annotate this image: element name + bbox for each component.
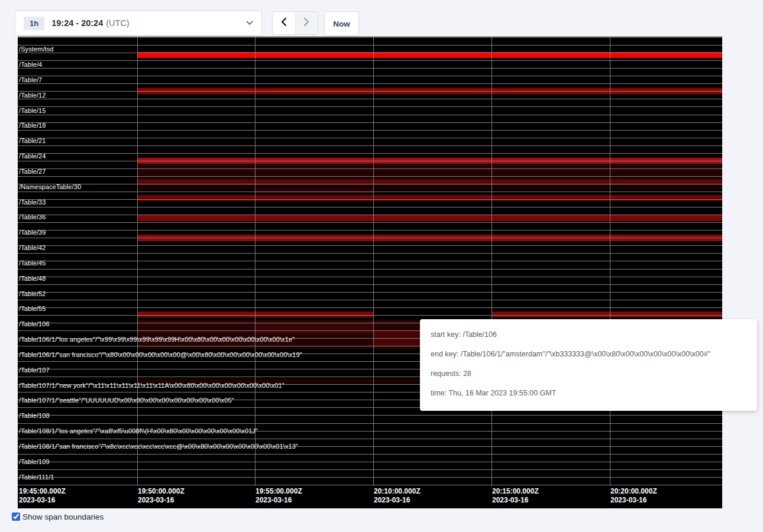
row-key-label: /Table/27: [19, 168, 46, 175]
range-text: 19:24 - 20:24(UTC): [51, 18, 130, 28]
span-boundary-line: [18, 192, 722, 192]
row-key-label: /Table/42: [19, 244, 46, 251]
span-boundary-line: [18, 207, 722, 207]
span-boundary-line: [18, 99, 722, 99]
row-key-label: /Table/24: [19, 153, 46, 160]
span-boundary-line: [18, 253, 722, 254]
row-key-label: /Table/52: [19, 290, 46, 297]
row-key-label: /Table/107: [19, 366, 50, 374]
row-key-label: /Table/111/1: [19, 473, 54, 481]
span-boundary-line: [18, 83, 722, 84]
chevron-down-icon: [246, 21, 253, 25]
span-boundary-line: [18, 161, 722, 161]
span-boundary-line: [18, 292, 722, 293]
row-key-label: /Table/21: [19, 137, 46, 144]
span-boundary-line: [18, 307, 722, 308]
span-boundary-line: [18, 176, 722, 177]
row-key-label: /Table/108/1/"san francisco"/"\x8c\xcc\x…: [19, 443, 298, 450]
span-boundary-line: [18, 37, 722, 38]
time-axis-label: 20:15:00.000Z2023-03-16: [492, 487, 539, 505]
tooltip-start-key: start key: /Table/106: [431, 329, 746, 340]
span-boundary-line: [18, 168, 722, 169]
time-grid-line: [373, 37, 374, 486]
span-boundary-line: [18, 199, 722, 200]
row-key-label: /System/tsd: [19, 46, 54, 53]
heat-band[interactable]: [137, 186, 722, 190]
row-key-label: /Table/36: [19, 213, 46, 220]
span-boundary-line: [18, 122, 722, 123]
span-boundary-line: [18, 238, 722, 238]
time-axis-label: 20:20:00.000Z2023-03-16: [610, 487, 657, 505]
time-grid-line: [610, 37, 610, 486]
now-button[interactable]: Now: [324, 11, 359, 36]
heat-band[interactable]: [137, 195, 722, 201]
key-visualizer-page: 1h 19:24 - 20:24(UTC) Now /System/tsd/Ta…: [0, 0, 763, 532]
span-boundary-line: [18, 68, 722, 69]
keyvis-canvas[interactable]: /System/tsd/Table/4/Table/7/Table/12/Tab…: [18, 37, 722, 508]
time-grid-line: [255, 37, 256, 486]
time-grid-line: [492, 37, 492, 486]
span-boundary-line: [18, 138, 722, 138]
row-key-label: /Table/4: [19, 61, 42, 68]
time-grid-line: [137, 37, 138, 486]
time-nav-group: [272, 11, 318, 35]
row-key-label: /Table/45: [19, 259, 46, 267]
span-boundary-line: [18, 245, 722, 246]
time-axis-label: 19:55:00.000Z2023-03-16: [256, 487, 302, 505]
heat-band[interactable]: [373, 331, 420, 347]
span-tooltip: start key: /Table/106 end key: /Table/10…: [420, 319, 757, 411]
range-duration-badge: 1h: [24, 17, 44, 30]
range-timezone: (UTC): [106, 18, 129, 28]
span-boundary-line: [18, 153, 722, 154]
span-boundary-line: [18, 106, 722, 107]
span-boundary-line: [18, 215, 722, 215]
prev-interval-button[interactable]: [273, 12, 295, 34]
row-key-label: /Table/107/1/"new york"/"\x11\x11\x11\x1…: [19, 382, 284, 389]
span-boundary-line: [18, 222, 722, 223]
show-span-boundaries-label: Show span boundaries: [22, 512, 104, 522]
chevron-right-icon: [303, 17, 310, 29]
row-key-label: /Table/18: [19, 122, 46, 129]
heat-band[interactable]: [255, 188, 373, 193]
span-boundary-line: [18, 423, 722, 424]
tooltip-time: time: Thu, 16 Mar 2023 19:55:00 GMT: [431, 387, 746, 399]
heat-band[interactable]: [255, 322, 373, 334]
row-key-label: /Table/106: [19, 320, 50, 327]
span-boundary-line: [18, 60, 722, 61]
span-boundary-line: [18, 469, 722, 470]
span-boundary-line: [18, 462, 722, 462]
tooltip-requests: requests: 28: [431, 368, 746, 379]
row-key-label: /Table/15: [19, 107, 46, 114]
footer-controls: Show span boundaries: [12, 512, 104, 522]
heat-band[interactable]: [137, 215, 722, 221]
span-boundary-line: [18, 91, 722, 92]
span-boundary-line: [18, 261, 722, 261]
row-key-label: /Table/106/1/"san francisco"/"\x80\x00\x…: [19, 351, 302, 358]
row-key-label: /Table/108/1/"los angeles"/"\xa8\xf5\u00…: [19, 427, 258, 434]
row-key-label: /NamespaceTable/30: [19, 183, 81, 190]
span-boundary-line: [18, 454, 722, 455]
tooltip-end-key: end key: /Table/106/1/"amsterdam"/"\xb33…: [431, 348, 746, 360]
next-interval-button[interactable]: [295, 12, 318, 34]
span-boundary-line: [18, 45, 722, 46]
time-range-selector[interactable]: 1h 19:24 - 20:24(UTC): [15, 11, 262, 35]
row-key-label: /Table/12: [19, 92, 46, 99]
span-boundary-line: [18, 184, 722, 184]
row-key-label: /Table/7: [19, 76, 42, 83]
span-boundary-line: [18, 300, 722, 300]
row-key-label: /Table/39: [19, 229, 46, 236]
row-key-label: /Table/109: [19, 458, 50, 465]
span-boundary-line: [18, 485, 722, 485]
span-boundary-line: [18, 277, 722, 277]
show-span-boundaries-checkbox[interactable]: [12, 512, 20, 521]
row-key-label: /Table/106/1/"los angeles"/"\x99\x99\x99…: [19, 336, 295, 343]
span-boundary-line: [18, 230, 722, 231]
span-boundary-line: [18, 315, 722, 316]
chevron-left-icon: [280, 17, 287, 29]
span-boundary-line: [18, 130, 722, 131]
span-boundary-line: [18, 76, 722, 76]
span-boundary-line: [18, 477, 722, 478]
row-key-label: /Table/33: [19, 199, 46, 206]
span-boundary-line: [18, 115, 722, 115]
span-boundary-line: [18, 53, 722, 53]
